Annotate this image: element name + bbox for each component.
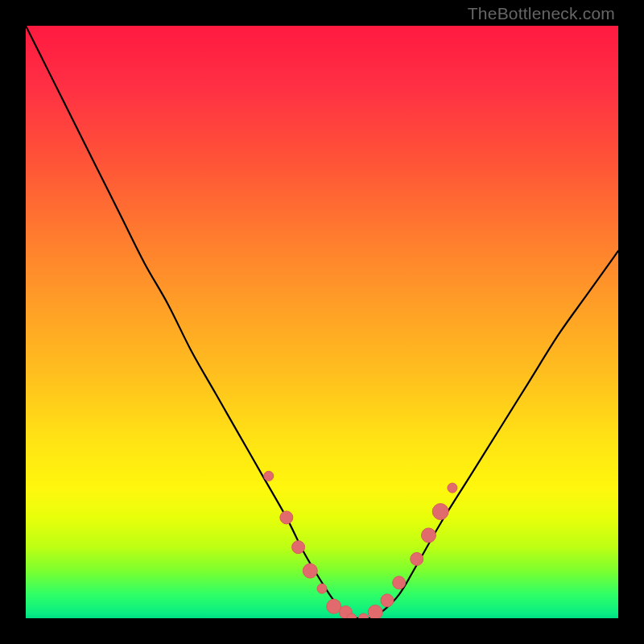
sampled-dot xyxy=(292,541,305,554)
chart-plot-area xyxy=(26,26,618,618)
chart-svg xyxy=(26,26,618,618)
sampled-dot xyxy=(368,605,382,618)
sampled-dot xyxy=(264,471,274,481)
sampled-dot xyxy=(432,504,448,520)
attribution-label: TheBottleneck.com xyxy=(468,4,615,23)
sampled-dot xyxy=(411,552,423,565)
sampled-dot xyxy=(421,528,436,543)
sampled-dot xyxy=(393,576,406,589)
chart-outer-frame: TheBottleneck.com xyxy=(0,0,644,644)
sampled-dot xyxy=(317,584,327,593)
sampled-dot xyxy=(381,594,394,607)
sampled-dot xyxy=(359,613,369,618)
bottleneck-curve xyxy=(26,26,618,618)
sampled-dot xyxy=(303,564,317,578)
sampled-dot xyxy=(448,483,457,493)
sampled-dot xyxy=(280,511,293,524)
